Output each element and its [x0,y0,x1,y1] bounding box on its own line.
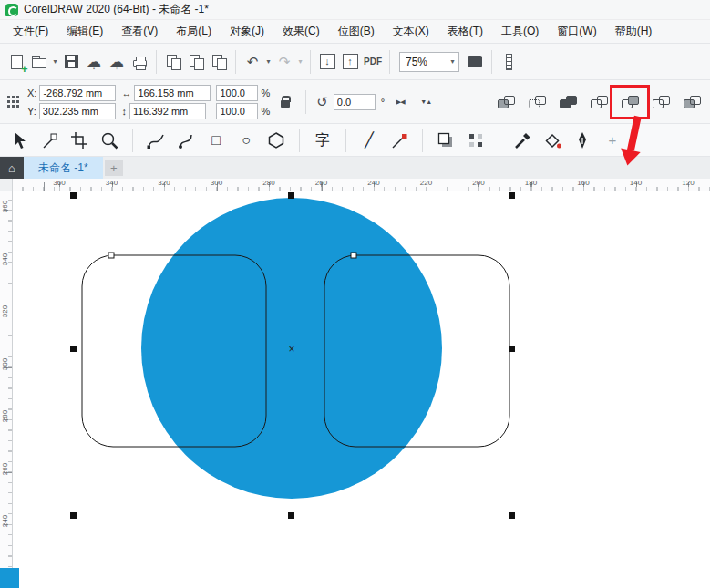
undo-button[interactable]: ↶ [242,49,263,75]
vertical-ruler[interactable]: 360 340 320 300 280 260 240 [0,191,13,568]
selection-handle[interactable] [288,192,294,199]
scale-x-field[interactable] [216,85,258,101]
duplicate-icon [211,55,227,69]
save-button[interactable] [60,49,82,75]
selection-handle[interactable] [288,512,294,519]
mirror-vertical-button[interactable]: ▼▲ [416,90,436,114]
rotation-angle-field[interactable] [334,94,376,110]
mirror-horizontal-button[interactable]: ▶◀ [390,90,410,114]
highlight-arrow-head [618,148,641,167]
horizontal-ruler[interactable]: 360 340 320 300 280 260 240 220 200 180 … [13,179,710,191]
more-tools-icon: + [609,133,617,147]
fullscreen-button[interactable] [464,49,486,75]
copy-button[interactable] [185,49,207,75]
import-button[interactable]: ↓ [316,49,338,75]
menu-item-effects[interactable]: 效果(C) [273,20,329,43]
pen-tool[interactable] [571,128,594,153]
menu-item-tools[interactable]: 工具(O) [492,20,548,43]
freehand-tool[interactable] [144,128,168,153]
mesh-fill-tool[interactable] [464,128,488,153]
crop-tool[interactable] [67,128,91,153]
publish-pdf-button[interactable]: PDF [362,49,384,75]
selection-center-mark[interactable]: × [288,343,294,356]
ruler-origin-corner[interactable] [0,179,13,191]
welcome-home-button[interactable]: ⌂ [0,157,24,179]
combine-button[interactable] [555,86,582,119]
x-position-field[interactable] [39,85,116,101]
home-icon: ⌂ [8,161,15,175]
drawing-canvas[interactable]: × [13,191,710,588]
ruler-label: 300 [211,179,222,187]
copy-properties-button[interactable] [493,86,520,119]
selection-handle[interactable] [509,346,515,352]
menu-item-window[interactable]: 窗口(W) [548,20,605,43]
object-position-grid-icon[interactable] [7,96,19,108]
text-tool[interactable]: 字 [311,128,334,153]
open-button[interactable] [28,49,50,75]
redo-dropdown[interactable]: ▾ [296,57,304,66]
show-rulers-button[interactable] [498,49,520,75]
tab-active[interactable]: 未命名 -1* [24,157,103,179]
menu-item-text[interactable]: 文本(X) [384,20,438,43]
ellipse-tool[interactable]: ○ [234,128,258,153]
artistic-media-tool[interactable] [174,128,198,153]
menu-item-table[interactable]: 表格(T) [438,20,492,43]
menu-item-layout[interactable]: 布局(L) [167,20,221,43]
corner-node[interactable] [351,253,356,258]
paste-icon [166,55,181,69]
scale-y-field[interactable] [216,103,258,119]
selection-handle[interactable] [70,346,77,352]
weld-icon [591,95,609,110]
bezier-tool-icon [389,130,409,150]
position-size-button[interactable] [524,86,551,119]
ruler-icon [506,54,512,70]
fill-color-swatch[interactable] [0,568,19,588]
duplicate-button[interactable] [208,49,230,75]
canvas-artwork: × [13,191,710,588]
selection-handle[interactable] [70,192,77,199]
percent-label: % [261,88,270,98]
ruler-label: 360 [1,198,9,216]
new-tab-button[interactable]: + [105,160,123,176]
pick-tool[interactable] [7,128,31,153]
shape-tool[interactable] [37,128,61,153]
drop-shadow-tool[interactable] [434,128,458,153]
cloud-upload-button[interactable]: ☁↑ [106,49,128,75]
zoom-level-combobox[interactable]: 75% ▾ [399,52,459,72]
menu-item-view[interactable]: 查看(V) [112,20,167,43]
propbar-separator [305,90,306,114]
rectangle-tool[interactable]: □ [204,128,228,153]
menu-item-edit[interactable]: 编辑(E) [57,20,112,43]
menu-item-file[interactable]: 文件(F) [4,20,57,43]
selection-handle[interactable] [70,512,77,519]
menu-item-help[interactable]: 帮助(H) [606,20,662,43]
intersect-button[interactable] [648,86,675,119]
bezier-tool[interactable] [387,128,411,153]
polygon-tool[interactable] [264,128,288,153]
ruler-label: 240 [1,512,9,531]
cloud-download-button[interactable]: ☁↓ [83,49,105,75]
lock-ratio-button[interactable] [275,90,295,114]
object-width-field[interactable] [134,85,211,101]
paste-button[interactable] [162,49,184,75]
boundary-button[interactable] [679,86,706,119]
menu-item-object[interactable]: 对象(J) [221,20,273,43]
eyedropper-tool[interactable] [510,128,534,153]
menu-item-bitmaps[interactable]: 位图(B) [329,20,384,43]
redo-button[interactable]: ↷ [273,49,295,75]
new-document-button[interactable]: + [5,49,27,75]
corner-node[interactable] [108,253,114,258]
scale-group: % % [216,85,270,119]
export-button[interactable]: ↑ [339,49,361,75]
open-dropdown[interactable]: ▾ [51,57,59,66]
ruler-label: 320 [158,179,170,187]
print-button[interactable] [129,49,150,75]
object-height-field[interactable] [129,103,206,119]
y-position-field[interactable] [39,103,116,119]
smart-fill-tool[interactable] [540,128,564,153]
line-tool[interactable]: ╱ [357,128,381,153]
selection-handle[interactable] [509,512,515,519]
undo-dropdown[interactable]: ▾ [264,57,273,66]
zoom-tool[interactable] [98,128,121,153]
selection-handle[interactable] [509,192,515,199]
